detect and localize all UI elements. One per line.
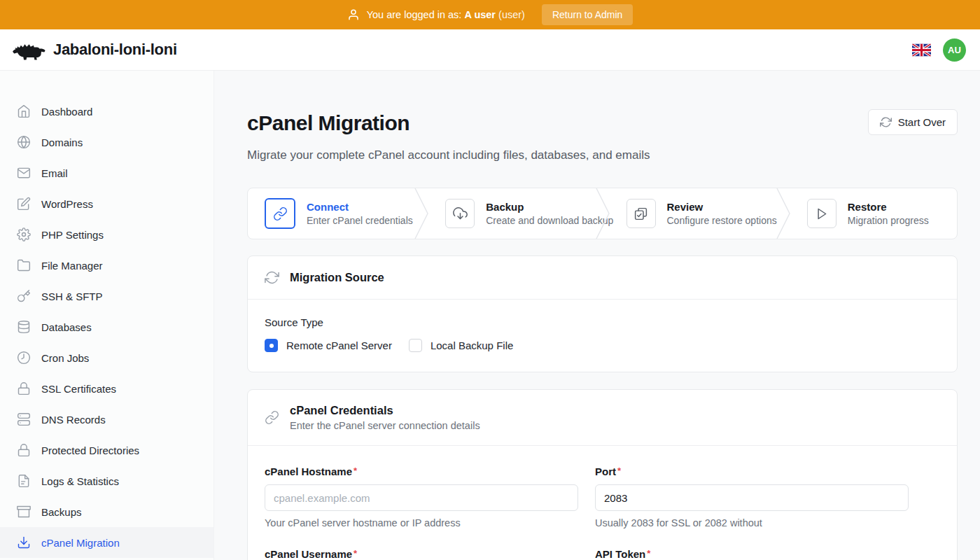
step-title: Restore [848,201,929,213]
sidebar-item-databases[interactable]: Databases [0,312,214,342]
required-marker: * [354,465,357,476]
sidebar-item-label: SSH & SFTP [41,290,103,302]
sidebar-item-dashboard[interactable]: Dashboard [0,96,214,127]
step-separator-chevron [596,188,610,239]
app-header: Jabaloni-loni-loni AU [0,29,980,71]
source-type-options: Remote cPanel ServerLocal Backup File [265,339,940,355]
step-title: Connect [307,201,413,213]
sidebar-item-ssh-sftp[interactable]: SSH & SFTP [0,281,214,312]
required-marker: * [647,548,650,559]
step-subtitle: Configure restore options [667,215,776,226]
avatar[interactable]: AU [943,38,966,62]
sidebar-item-php-settings[interactable]: PHP Settings [0,219,214,250]
port-help: Usually 2083 for SSL or 2082 without [595,517,909,528]
port-field-group: Port* Usually 2083 for SSL or 2082 witho… [595,465,909,528]
api-token-field-group: API Token* [595,548,909,560]
clipboard-check-icon [626,199,656,228]
database-icon [17,320,31,334]
hostname-label: cPanel Hostname* [265,465,578,477]
user-icon [347,8,360,21]
page-title: cPanel Migration [247,111,650,134]
boar-logo [11,37,46,62]
step-subtitle: Migration progress [848,215,929,226]
required-marker: * [617,465,621,476]
sidebar-item-wordpress[interactable]: WordPress [0,188,214,219]
migration-source-header: Migration Source [248,256,957,300]
step-restore[interactable]: RestoreMigration progress [790,188,957,239]
page-subtitle: Migrate your complete cPanel account inc… [247,148,650,162]
source-option-local-backup-file[interactable]: Local Backup File [409,339,513,352]
username-label: cPanel Username* [265,548,578,560]
impersonated-user-role: (user) [498,9,525,20]
link-icon [265,410,279,425]
brand-title: Jabaloni-loni-loni [53,41,177,59]
sidebar-item-dns-records[interactable]: DNS Records [0,404,214,435]
step-review[interactable]: ReviewConfigure restore options [610,188,776,239]
gear-icon [17,227,31,241]
cpanel-credentials-header: cPanel Credentials Enter the cPanel serv… [248,390,957,446]
sidebar-item-file-manager[interactable]: File Manager [0,250,214,281]
cpanel-credentials-title: cPanel Credentials [290,404,480,417]
sidebar-item-cpanel-migration[interactable]: cPanel Migration [0,527,214,558]
port-input[interactable] [595,484,909,511]
hostname-field-group: cPanel Hostname* Your cPanel server host… [265,465,578,528]
globe-icon [17,135,31,149]
cpanel-credentials-subtitle: Enter the cPanel server connection detai… [290,420,480,431]
radio-unselected[interactable] [409,339,422,352]
download-icon [17,536,31,550]
step-subtitle: Enter cPanel credentials [307,215,413,226]
sidebar-item-label: Cron Jobs [41,352,89,364]
sidebar-item-domains[interactable]: Domains [0,127,214,158]
cpanel-credentials-card: cPanel Credentials Enter the cPanel serv… [247,389,958,560]
port-label: Port* [595,465,909,477]
step-backup[interactable]: BackupCreate and download backup [428,188,595,239]
header-right: AU [912,38,966,62]
sidebar-item-label: Domains [41,136,83,148]
step-title: Backup [486,201,595,213]
sidebar-item-label: DNS Records [41,414,106,426]
impersonation-bar: You are logged in as: A user (user) Retu… [0,0,980,29]
key-icon [17,289,31,303]
sidebar-item-ssl-certificates[interactable]: SSL Certificates [0,373,214,404]
server-icon [17,412,31,426]
sidebar-item-protected-directories[interactable]: Protected Directories [0,435,214,465]
hostname-input[interactable] [265,484,578,511]
page-head: cPanel Migration Migrate your complete c… [247,97,958,162]
sidebar-item-label: Protected Directories [41,444,139,456]
sidebar-item-label: cPanel Migration [41,537,120,549]
source-option-remote-cpanel-server[interactable]: Remote cPanel Server [265,339,392,352]
start-over-label: Start Over [898,116,946,128]
hostname-help: Your cPanel server hostname or IP addres… [265,517,578,528]
source-option-label: Remote cPanel Server [286,340,392,351]
radio-selected[interactable] [265,339,278,352]
impersonation-message: You are logged in as: A user (user) [367,9,525,20]
main-content: cPanel Migration Migrate your complete c… [214,71,980,560]
sidebar-item-label: Email [41,167,68,179]
clock-icon [17,351,31,365]
sidebar-item-logs-statistics[interactable]: Logs & Statistics [0,465,214,496]
sidebar-item-cron-jobs[interactable]: Cron Jobs [0,342,214,373]
refresh-icon [265,270,279,285]
step-subtitle: Create and download backup [486,215,595,226]
step-connect[interactable]: ConnectEnter cPanel credentials [248,188,414,239]
uk-flag-icon[interactable] [912,43,931,57]
lock-icon [17,382,31,396]
edit-icon [17,197,31,211]
folder-icon [17,258,31,272]
cloud-download-icon [445,199,475,228]
sidebar-item-email[interactable]: Email [0,158,214,188]
username-field-group: cPanel Username* [265,548,578,560]
archive-icon [17,505,31,519]
link-icon [265,198,295,229]
migration-source-card: Migration Source Source Type Remote cPan… [247,255,958,372]
required-marker: * [354,548,357,559]
home-icon [17,104,31,118]
migration-source-title: Migration Source [290,271,384,284]
sidebar-item-label: Logs & Statistics [41,475,119,487]
return-to-admin-button[interactable]: Return to Admin [542,4,633,25]
sidebar-item-backups[interactable]: Backups [0,496,214,527]
start-over-button[interactable]: Start Over [868,109,958,135]
play-icon [807,199,836,228]
migration-stepper: ConnectEnter cPanel credentialsBackupCre… [247,188,958,239]
sidebar-item-label: Databases [41,321,92,333]
